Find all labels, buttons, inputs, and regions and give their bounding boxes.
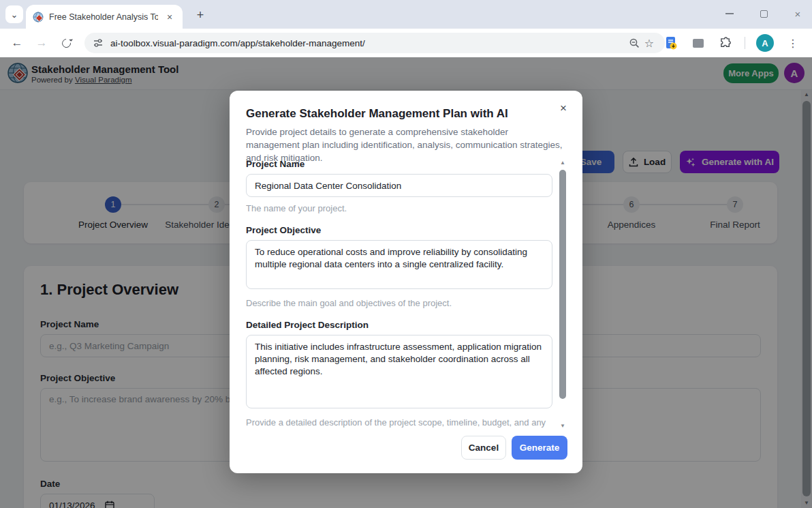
modal-form-body: Project Name The name of your project. P…: [246, 159, 552, 430]
zoom-out-icon[interactable]: [627, 35, 642, 50]
back-button[interactable]: ←: [7, 33, 27, 53]
modal-close-icon[interactable]: ×: [555, 100, 572, 117]
modal-scroll-up-icon[interactable]: ▲: [558, 159, 567, 167]
close-window-button[interactable]: ×: [790, 6, 805, 21]
url-text[interactable]: ai-toolbox.visual-paradigm.com/app/stake…: [110, 38, 627, 48]
reload-button[interactable]: [56, 33, 76, 53]
favicon-icon: [33, 12, 44, 23]
generate-button[interactable]: Generate: [512, 436, 567, 460]
modal-detailed-description-textarea[interactable]: This initiative includes infrastructure …: [246, 335, 552, 408]
toolbar-separator: [745, 37, 745, 49]
maximize-icon: [760, 10, 768, 18]
address-bar[interactable]: ai-toolbox.visual-paradigm.com/app/stake…: [84, 33, 665, 53]
generate-plan-modal: × Generate Stakeholder Management Plan w…: [230, 91, 582, 473]
modal-detailed-description-help: Provide a detailed description of the pr…: [246, 417, 552, 430]
reload-icon: [60, 37, 72, 49]
extensions-area: A ⋮: [663, 33, 801, 53]
bookmark-star-icon[interactable]: ☆: [642, 35, 657, 50]
modal-detailed-description-label: Detailed Project Description: [246, 320, 552, 330]
modal-footer: Cancel Generate: [461, 436, 567, 460]
tab-strip: ⌄ Free Stakeholder Analysis Tool | × + ×: [0, 0, 812, 29]
modal-scrollbar-thumb[interactable]: [559, 170, 566, 399]
browser-menu-icon[interactable]: ⋮: [785, 35, 801, 51]
modal-project-objective-help: Describe the main goal and objectives of…: [246, 297, 552, 310]
comment-icon: [693, 39, 704, 48]
modal-project-name-input[interactable]: [246, 174, 552, 197]
minimize-icon: [725, 13, 734, 14]
back-icon: ←: [12, 36, 23, 50]
minimize-button[interactable]: [722, 6, 737, 21]
cancel-button[interactable]: Cancel: [461, 436, 506, 460]
modal-project-objective-textarea[interactable]: To reduce operational costs and improve …: [246, 240, 552, 289]
maximize-button[interactable]: [756, 6, 771, 21]
tab-close-icon[interactable]: ×: [163, 11, 176, 23]
modal-project-name-label: Project Name: [246, 159, 552, 169]
docs-extension-icon[interactable]: [663, 35, 679, 51]
tune-icon[interactable]: [93, 38, 104, 48]
extensions-puzzle-icon[interactable]: [717, 35, 734, 51]
modal-title: Generate Stakeholder Management Plan wit…: [246, 107, 508, 121]
forward-icon: →: [36, 36, 48, 50]
modal-project-objective-label: Project Objective: [246, 225, 552, 235]
modal-scroll-down-icon[interactable]: ▼: [558, 422, 567, 430]
browser-toolbar: ← → ai-toolbox.visual-paradigm.com/app/s…: [0, 29, 812, 57]
close-icon: ×: [795, 8, 801, 20]
new-tab-button[interactable]: +: [192, 7, 208, 23]
tab-title: Free Stakeholder Analysis Tool |: [49, 12, 158, 22]
modal-project-name-help: The name of your project.: [246, 203, 552, 215]
modal-scrollbar[interactable]: ▲ ▼: [558, 159, 567, 430]
forward-button[interactable]: →: [31, 33, 52, 53]
browser-window: ⌄ Free Stakeholder Analysis Tool | × + ×…: [0, 0, 812, 508]
feedback-extension-icon[interactable]: [690, 35, 706, 51]
browser-tab[interactable]: Free Stakeholder Analysis Tool | ×: [26, 5, 183, 29]
window-controls: ×: [722, 4, 805, 23]
tab-search-button[interactable]: ⌄: [5, 5, 23, 23]
chevron-down-icon: ⌄: [11, 10, 18, 20]
browser-profile-avatar[interactable]: A: [756, 34, 774, 52]
